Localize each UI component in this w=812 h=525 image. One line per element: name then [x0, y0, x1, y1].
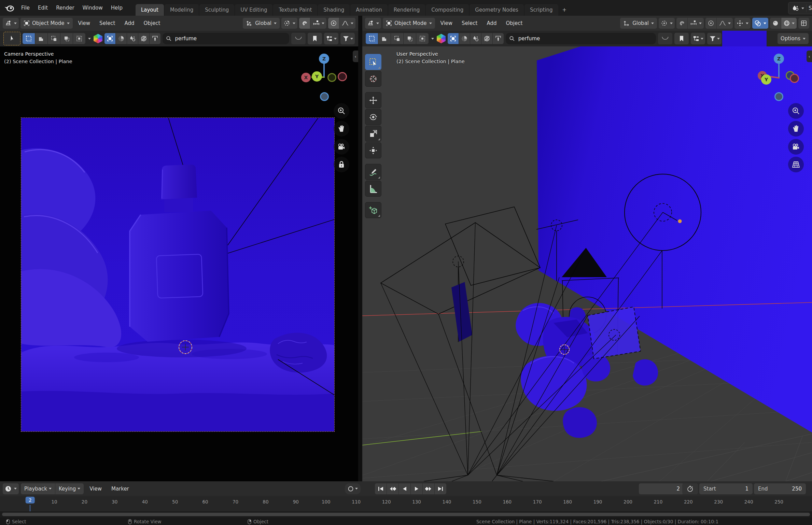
menu-render[interactable]: Render: [52, 3, 78, 13]
show-gizmo-dropdown[interactable]: [734, 18, 751, 29]
play-reverse-button[interactable]: [399, 483, 410, 494]
mirror-options-button[interactable]: [658, 33, 672, 44]
select-mode-subtract[interactable]: [391, 33, 403, 44]
tool-scale[interactable]: [365, 126, 381, 142]
jump-to-start-button[interactable]: [375, 483, 387, 494]
filter-world-toggle[interactable]: [481, 33, 492, 44]
menu-marker[interactable]: Marker: [108, 486, 133, 492]
jump-to-end-button[interactable]: [435, 483, 446, 494]
tool-select-box[interactable]: [365, 54, 381, 70]
transform-orientation-dropdown[interactable]: Global: [620, 18, 657, 29]
menu-playback[interactable]: Playback: [21, 483, 55, 494]
filter-dropdown-button[interactable]: [707, 33, 722, 44]
select-mode-invert[interactable]: [60, 33, 73, 44]
frame-start-field[interactable]: Start 1: [699, 483, 753, 494]
tool-move[interactable]: [365, 92, 381, 108]
menu-select[interactable]: Select: [96, 20, 119, 26]
select-mode-intersect[interactable]: [73, 33, 85, 44]
snap-with-dropdown[interactable]: [688, 18, 704, 29]
filter-world-toggle[interactable]: [138, 33, 149, 44]
use-preview-range-button[interactable]: [682, 483, 698, 494]
tab-compositing[interactable]: Compositing: [426, 4, 469, 16]
filter-fluid-toggle[interactable]: [127, 33, 138, 44]
tab-sculpting[interactable]: Sculpting: [199, 4, 234, 16]
snap-toggle[interactable]: [676, 18, 687, 29]
editor-type-button[interactable]: [3, 18, 19, 29]
menu-object[interactable]: Object: [140, 20, 164, 26]
select-mode-extend[interactable]: [378, 33, 391, 44]
proportional-falloff-dropdown[interactable]: [339, 18, 355, 29]
proportional-edit-toggle[interactable]: [328, 18, 339, 29]
ortho-toggle-button[interactable]: [788, 157, 804, 172]
show-overlays-toggle[interactable]: [752, 18, 768, 29]
select-mode-extend[interactable]: [35, 33, 47, 44]
filter-dropdown-button[interactable]: [340, 33, 355, 44]
tool-transform[interactable]: [365, 142, 381, 158]
filter-brush-toggle[interactable]: [150, 33, 160, 44]
proportional-edit-toggle[interactable]: [705, 18, 716, 29]
camera-viewport-canvas[interactable]: Camera Perspective (2) Scene Collection …: [0, 46, 358, 481]
camera-lock-button[interactable]: [334, 157, 349, 172]
current-frame-badge[interactable]: 2: [26, 497, 35, 503]
play-button[interactable]: [411, 483, 422, 494]
gizmo-axis-y[interactable]: Y: [761, 74, 771, 85]
tab-scripting[interactable]: Scripting: [524, 4, 558, 16]
gizmo-axis-z[interactable]: Z: [774, 54, 784, 64]
transform-orientation-dropdown[interactable]: Global: [243, 18, 280, 29]
frame-end-field[interactable]: End 250: [754, 483, 806, 494]
timeline-editor-type-button[interactable]: [3, 483, 19, 494]
mode-dropdown[interactable]: Object Mode: [383, 18, 435, 29]
filter-fluid-toggle[interactable]: [470, 33, 481, 44]
sidebar-toggle[interactable]: ‹: [807, 51, 812, 62]
gizmo-axis-z[interactable]: Z: [319, 54, 329, 64]
gizmo-axis-y-neg[interactable]: [327, 73, 336, 82]
shading-rendered[interactable]: [781, 18, 797, 29]
gizmo-axis-x-neg[interactable]: [338, 72, 347, 81]
filter-brush-toggle[interactable]: [493, 33, 504, 44]
filter-sphere-toggle[interactable]: [116, 33, 127, 44]
current-frame-field[interactable]: 2: [639, 483, 684, 494]
active-tool-button[interactable]: [3, 32, 20, 45]
pan-button[interactable]: [788, 121, 804, 137]
menu-select[interactable]: Select: [458, 20, 481, 26]
blender-logo-icon[interactable]: [4, 3, 14, 13]
menu-object[interactable]: Object: [502, 20, 526, 26]
filter-sphere-toggle[interactable]: [459, 33, 470, 44]
selected-plane[interactable]: [588, 307, 641, 359]
mirror-options-button[interactable]: [291, 33, 306, 44]
user-viewport-canvas[interactable]: User Perspective (2) Scene Collection | …: [362, 46, 812, 481]
filter-object-toggle[interactable]: [448, 33, 459, 44]
select-mode-invert[interactable]: [404, 33, 416, 44]
menu-view[interactable]: View: [437, 20, 457, 26]
bookmark-button[interactable]: [308, 33, 322, 44]
outliner-filter-button[interactable]: [324, 33, 338, 44]
tool-settings-expand-icon[interactable]: [431, 38, 434, 40]
bookmark-button[interactable]: [674, 33, 689, 44]
pan-button[interactable]: [334, 121, 349, 137]
add-workspace-button[interactable]: +: [559, 4, 570, 16]
tab-modeling[interactable]: Modeling: [165, 4, 199, 16]
tool-add-cube[interactable]: [365, 202, 381, 218]
snap-toggle[interactable]: [299, 18, 310, 29]
sidebar-toggle[interactable]: ‹: [353, 51, 358, 62]
select-mode-set[interactable]: [366, 33, 378, 44]
menu-view[interactable]: View: [74, 20, 94, 26]
gizmo-axis-x[interactable]: X: [301, 73, 311, 82]
prev-keyframe-button[interactable]: [387, 483, 398, 494]
record-icon[interactable]: [348, 486, 354, 492]
camera-view-button[interactable]: [334, 139, 349, 155]
outliner-filter-button[interactable]: [691, 33, 705, 44]
tool-annotate[interactable]: [365, 164, 381, 180]
tool-settings-expand-icon[interactable]: [88, 38, 91, 40]
menu-add[interactable]: Add: [483, 20, 500, 26]
search-input[interactable]: [174, 35, 286, 42]
menu-help[interactable]: Help: [107, 3, 127, 13]
chevron-down-icon[interactable]: [355, 488, 358, 489]
pivot-point-dropdown[interactable]: [281, 18, 297, 29]
tab-geometry-nodes[interactable]: Geometry Nodes: [470, 4, 524, 16]
select-mode-set[interactable]: [23, 33, 35, 44]
filter-object-toggle[interactable]: [104, 33, 115, 44]
snap-with-dropdown[interactable]: [310, 18, 326, 29]
gizmo-axis-z-neg[interactable]: [774, 92, 783, 101]
select-mode-intersect[interactable]: [416, 33, 429, 44]
